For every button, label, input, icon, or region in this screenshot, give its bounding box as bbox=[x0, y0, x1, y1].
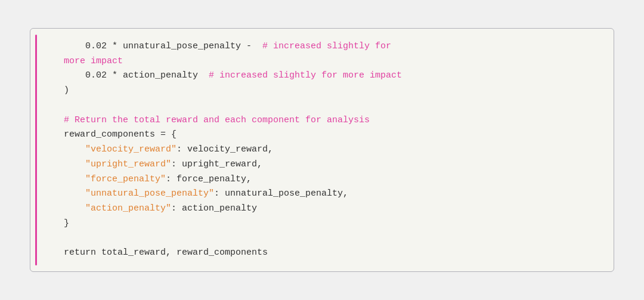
code-line: return total_reward, reward_components bbox=[42, 246, 596, 261]
normal-text: : unnatural_pose_penalty, bbox=[214, 188, 348, 199]
string-text: "unnatural_pose_penalty" bbox=[85, 188, 214, 199]
normal-text: return total_reward, reward_components bbox=[42, 248, 268, 258]
blank-line bbox=[42, 231, 596, 246]
comment-text: more impact bbox=[42, 56, 123, 66]
code-line: ) bbox=[42, 83, 596, 98]
blank-line bbox=[42, 98, 596, 113]
normal-text: : upright_reward, bbox=[171, 159, 262, 169]
code-line: "upright_reward": upright_reward, bbox=[42, 157, 596, 172]
normal-text: : velocity_reward, bbox=[177, 144, 273, 154]
code-line: "action_penalty": action_penalty bbox=[42, 202, 596, 217]
normal-text: 0.02 * unnatural_pose_penalty - bbox=[42, 41, 262, 51]
normal-text bbox=[42, 203, 85, 214]
normal-text: } bbox=[42, 218, 69, 228]
normal-text: reward_components = { bbox=[42, 129, 177, 140]
code-line: more impact bbox=[42, 54, 596, 69]
string-text: "force_penalty" bbox=[85, 174, 166, 184]
normal-text: : action_penalty bbox=[171, 203, 257, 214]
comment-text: # Return the total reward and each compo… bbox=[42, 115, 370, 125]
code-line: } bbox=[42, 217, 596, 231]
code-line: "unnatural_pose_penalty": unnatural_pose… bbox=[42, 187, 596, 202]
normal-text bbox=[42, 174, 85, 184]
comment-text: # increased slightly for more impact bbox=[209, 70, 402, 81]
string-text: "velocity_reward" bbox=[85, 144, 177, 154]
code-line: reward_components = { bbox=[42, 128, 596, 143]
normal-text: : force_penalty, bbox=[166, 174, 252, 184]
left-bar-indicator bbox=[35, 35, 37, 265]
normal-text bbox=[42, 188, 85, 199]
normal-text bbox=[42, 159, 85, 169]
string-text: "action_penalty" bbox=[85, 203, 171, 214]
code-line: "force_penalty": force_penalty, bbox=[42, 172, 596, 187]
comment-text: # increased slightly for bbox=[262, 41, 391, 51]
code-line: 0.02 * action_penalty # increased slight… bbox=[42, 69, 596, 83]
normal-text: 0.02 * action_penalty bbox=[42, 70, 209, 81]
normal-text: ) bbox=[42, 85, 69, 95]
normal-text bbox=[42, 144, 85, 154]
code-line: # Return the total reward and each compo… bbox=[42, 113, 596, 128]
string-text: "upright_reward" bbox=[85, 159, 171, 169]
code-block: 0.02 * unnatural_pose_penalty - # increa… bbox=[42, 39, 596, 261]
code-container: 0.02 * unnatural_pose_penalty - # increa… bbox=[30, 28, 614, 272]
code-line: "velocity_reward": velocity_reward, bbox=[42, 143, 596, 157]
code-line: 0.02 * unnatural_pose_penalty - # increa… bbox=[42, 39, 596, 54]
